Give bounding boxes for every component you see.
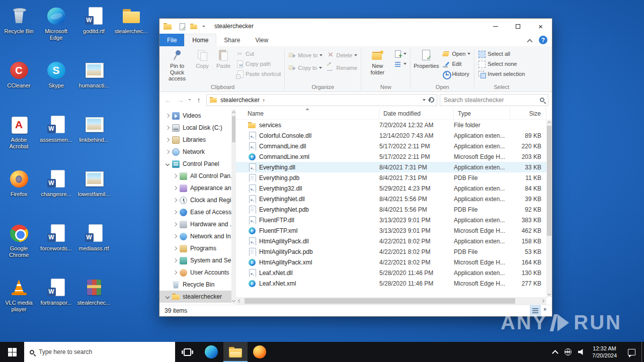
- search-icon[interactable]: [540, 98, 544, 102]
- nav-tree-item[interactable]: Control Panel: [159, 158, 236, 170]
- desktop-icon[interactable]: lowestfamil...: [75, 165, 113, 219]
- desktop-icon[interactable]: fortranspor...: [37, 274, 75, 328]
- desktop-icon[interactable]: Microsoft Edge: [37, 2, 75, 56]
- new-folder-button[interactable]: New folder: [363, 47, 392, 79]
- minimize-button[interactable]: [484, 19, 507, 34]
- tree-expander-icon[interactable]: [173, 246, 178, 251]
- file-row[interactable]: Leaf.xNet.dll 5/28/2020 11:46 PM Applica…: [236, 267, 546, 278]
- breadcrumb-chevron-icon[interactable]: ›: [263, 97, 265, 104]
- nav-tree-item[interactable]: User Accounts: [159, 266, 236, 279]
- delete-button[interactable]: Delete: [325, 49, 359, 61]
- tree-expander-icon[interactable]: [173, 174, 178, 178]
- desktop-icon[interactable]: Adobe Acrobat: [0, 111, 38, 165]
- notification-center-button[interactable]: [621, 342, 641, 362]
- address-dropdown-icon[interactable]: [423, 99, 426, 101]
- back-button[interactable]: ←: [163, 95, 173, 106]
- search-input[interactable]: Search stealerchecker: [440, 94, 548, 106]
- forward-button[interactable]: →: [176, 95, 186, 106]
- start-button[interactable]: [0, 342, 24, 362]
- invert-selection-button[interactable]: Invert selection: [476, 69, 527, 79]
- volume-tray-button[interactable]: [575, 342, 588, 362]
- new-item-button[interactable]: [392, 49, 409, 59]
- tree-expander-icon[interactable]: [166, 295, 170, 299]
- up-button[interactable]: ↑: [194, 95, 204, 106]
- ribbon-tab[interactable]: File: [159, 34, 184, 46]
- scroll-up-icon[interactable]: [547, 121, 551, 124]
- nav-tree-item[interactable]: Network: [159, 146, 236, 158]
- desktop-icon[interactable]: changesre...: [37, 165, 75, 219]
- file-row[interactable]: CommandLine.dll 5/17/2022 2:11 PM Applic…: [236, 141, 546, 151]
- close-button[interactable]: ×: [529, 19, 552, 34]
- desktop-icon[interactable]: stealerchec...: [75, 274, 113, 328]
- taskbar-edge-button[interactable]: [199, 342, 223, 362]
- taskbar-search-input[interactable]: Type here to search: [24, 342, 175, 362]
- tree-expander-icon[interactable]: [173, 270, 178, 275]
- edit-button[interactable]: Edit: [440, 59, 472, 69]
- move-to-button[interactable]: Move to: [286, 49, 325, 61]
- column-header-date-modified[interactable]: Date modified: [379, 108, 454, 119]
- properties-button[interactable]: Properties: [412, 47, 440, 79]
- desktop-icon[interactable]: godltd.rtf: [75, 2, 113, 56]
- refresh-icon[interactable]: [428, 96, 435, 104]
- nav-scrollbar[interactable]: [231, 110, 236, 304]
- file-row[interactable]: HtmlAgilityPack.dll 4/22/2021 8:02 PM Ap…: [236, 236, 546, 246]
- column-header-type[interactable]: Type: [454, 108, 510, 119]
- help-icon[interactable]: ?: [539, 36, 547, 44]
- file-row[interactable]: EverythingNet.pdb 8/4/2021 5:56 PM PDB F…: [236, 204, 546, 215]
- open-button[interactable]: Open: [440, 49, 472, 59]
- tree-expander-icon[interactable]: [173, 258, 178, 263]
- recent-locations-icon[interactable]: [188, 99, 191, 101]
- file-row[interactable]: HtmlAgilityPack.xml 4/22/2021 8:02 PM Mi…: [236, 257, 546, 267]
- tree-expander-icon[interactable]: [166, 150, 170, 154]
- desktop-icon[interactable]: assessmen...: [37, 111, 75, 165]
- desktop-icon[interactable]: Recycle Bin: [0, 2, 38, 56]
- taskbar-firefox-button[interactable]: [248, 342, 272, 362]
- select-none-button[interactable]: Select none: [476, 59, 527, 69]
- tree-expander-icon[interactable]: [173, 186, 178, 191]
- ribbon-tab[interactable]: Home: [184, 34, 216, 46]
- file-row[interactable]: HtmlAgilityPack.pdb 4/22/2021 8:02 PM PD…: [236, 246, 546, 257]
- horizontal-scrollbar-thumb[interactable]: [245, 298, 515, 304]
- nav-tree-item[interactable]: All Control Pan...: [159, 170, 236, 182]
- tree-expander-icon[interactable]: [173, 234, 178, 239]
- nav-tree-item[interactable]: stealerchecker: [159, 291, 236, 303]
- nav-scrollbar-thumb[interactable]: [232, 116, 235, 142]
- desktop-icon[interactable]: VLC media player: [0, 274, 38, 328]
- tree-expander-icon[interactable]: [166, 162, 170, 166]
- copy-path-button[interactable]: Copy path: [234, 59, 283, 69]
- desktop-icon[interactable]: linkbehind...: [75, 111, 113, 165]
- taskbar-clock[interactable]: 12:32 AM 7/20/2024: [588, 342, 621, 362]
- file-list-scrollbar-thumb[interactable]: [547, 126, 551, 236]
- copy-to-button[interactable]: Copy to: [286, 61, 325, 74]
- scroll-up-icon[interactable]: [232, 111, 235, 114]
- scroll-down-icon[interactable]: [232, 299, 235, 303]
- file-row[interactable]: CommandLine.xml 5/17/2022 2:11 PM Micros…: [236, 151, 546, 162]
- hidden-icons-button[interactable]: [548, 342, 561, 362]
- nav-tree-item[interactable]: Videos: [159, 110, 236, 122]
- address-path[interactable]: stealerchecker: [220, 97, 260, 104]
- network-tray-button[interactable]: [561, 342, 575, 362]
- ribbon-tab[interactable]: Share: [216, 34, 248, 46]
- file-row[interactable]: Everything32.dll 5/29/2021 4:23 PM Appli…: [236, 183, 546, 194]
- history-button[interactable]: History: [440, 69, 472, 79]
- cut-button[interactable]: Cut: [234, 49, 283, 59]
- collapse-ribbon-icon[interactable]: [527, 39, 532, 44]
- qat-properties-icon[interactable]: [179, 23, 185, 30]
- easy-access-button[interactable]: [392, 59, 409, 69]
- nav-tree-item[interactable]: Recycle Bin: [159, 279, 236, 291]
- nav-tree-item[interactable]: Local Disk (C:): [159, 122, 236, 134]
- tree-expander-icon[interactable]: [166, 126, 170, 130]
- horizontal-scrollbar[interactable]: [236, 297, 546, 305]
- desktop-icon[interactable]: forcewords...: [37, 219, 75, 274]
- file-row[interactable]: FluentFTP.xml 3/13/2023 9:01 PM Microsof…: [236, 225, 546, 236]
- nav-tree-item[interactable]: Programs: [159, 242, 236, 254]
- tree-expander-icon[interactable]: [166, 283, 170, 287]
- select-all-button[interactable]: Select all: [476, 49, 527, 59]
- nav-tree-item[interactable]: Ease of Access: [159, 206, 236, 218]
- desktop-icon[interactable]: Skype: [37, 56, 75, 111]
- column-header-size[interactable]: Size: [510, 108, 546, 119]
- file-row[interactable]: services 7/20/2024 12:32 AM File folder: [236, 120, 546, 130]
- nav-tree-item[interactable]: Network and In...: [159, 230, 236, 242]
- desktop-icon[interactable]: CCleaner: [0, 56, 38, 111]
- nav-tree-item[interactable]: Libraries: [159, 134, 236, 146]
